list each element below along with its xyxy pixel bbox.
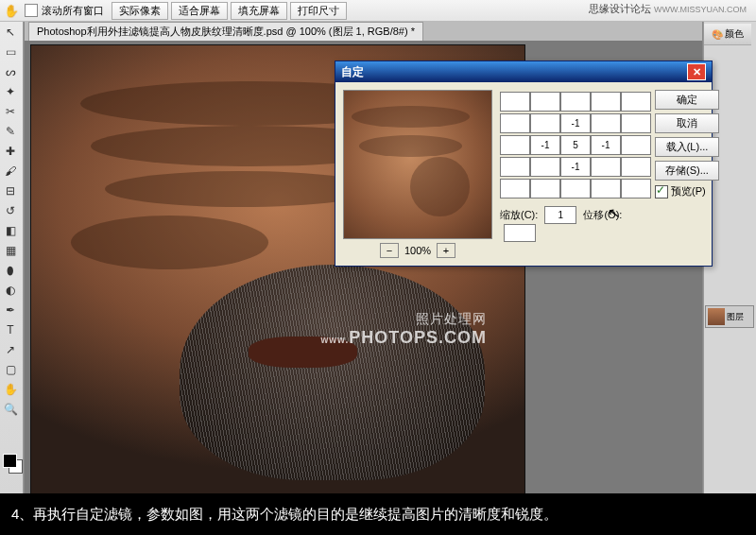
scale-label: 缩放(C): [500,209,538,220]
caption-bar: 4、再执行自定滤镜，参数如图，用这两个滤镜的目的是继续提高图片的清晰度和锐度。 [0,493,756,535]
eraser-tool[interactable]: ◧ [0,220,21,240]
foreground-color[interactable] [3,454,17,468]
matrix-cell[interactable] [530,135,560,155]
document-tab[interactable]: Photoshop利用外挂滤镜提高人物皮肤纹理清晰度.psd @ 100% (图… [28,22,423,41]
dodge-tool[interactable]: ◐ [0,280,21,300]
zoom-controls: − 100% + [343,243,492,258]
wand-tool[interactable]: ✦ [0,81,21,101]
matrix-cell[interactable] [500,113,530,133]
filter-preview[interactable] [343,90,492,239]
website-branding: 思缘设计论坛 WWW.MISSYUAN.COM [589,2,747,16]
toolbox: ↖ ▭ ᔕ ✦ ✂ ✎ ✚ 🖌 ⊟ ↺ ◧ ▦ ⬮ ◐ ✒ T ↗ ▢ ✋ 🔍 [0,22,24,494]
matrix-cell[interactable] [560,92,591,112]
scale-input[interactable] [544,206,576,224]
blur-tool[interactable]: ⬮ [0,260,21,280]
eyedropper-tool[interactable]: ✎ [0,121,21,141]
matrix-cell[interactable] [530,179,560,198]
matrix-cell[interactable] [621,179,651,198]
matrix-cell[interactable] [560,179,591,198]
print-size-button[interactable]: 打印尺寸 [290,2,347,20]
close-icon[interactable]: ✕ [687,63,706,80]
offset-input[interactable] [504,224,536,242]
matrix-cell[interactable] [500,92,530,112]
scale-offset-row: 缩放(C): 位移(O): [500,206,647,242]
move-tool[interactable]: ↖ [0,22,21,42]
matrix-cell[interactable] [560,113,591,133]
layer-thumbnail[interactable]: 图层 [705,305,754,328]
matrix-cell[interactable] [621,157,651,177]
fit-screen-button[interactable]: 适合屏幕 [171,2,228,20]
zoom-tool[interactable]: 🔍 [0,399,21,419]
fill-screen-button[interactable]: 填充屏幕 [231,2,287,20]
actual-pixels-button[interactable]: 实际像素 [112,2,168,20]
pen-tool[interactable]: ✒ [0,300,21,319]
scroll-all-checkbox[interactable] [25,4,38,17]
matrix-cell[interactable] [591,113,621,133]
matrix-cell[interactable] [500,179,530,198]
offset-label: 位移(O): [583,209,622,220]
zoom-out-button[interactable]: − [380,243,399,258]
matrix-cell[interactable] [591,157,621,177]
crop-tool[interactable]: ✂ [0,101,21,121]
brush-tool[interactable]: 🖌 [0,161,21,181]
matrix-cell[interactable] [500,157,530,177]
matrix-cell[interactable] [621,135,651,155]
preview-label: 预览(P) [671,184,706,198]
matrix-cell[interactable] [560,157,591,177]
healing-tool[interactable]: ✚ [0,141,21,161]
history-brush-tool[interactable]: ↺ [0,200,21,220]
matrix-cell[interactable] [530,113,560,133]
shape-tool[interactable]: ▢ [0,359,21,379]
matrix-cell[interactable] [591,135,621,155]
custom-filter-dialog: 自定 ✕ − 100% + [335,60,713,267]
matrix-cell[interactable] [560,135,591,155]
preview-checkbox[interactable] [655,185,668,198]
document-tabs: Photoshop利用外挂滤镜提高人物皮肤纹理清晰度.psd @ 100% (图… [25,22,702,41]
lasso-tool[interactable]: ᔕ [0,61,21,81]
matrix-cell[interactable] [621,92,651,112]
color-panel-tab[interactable]: 🎨 颜色 [704,24,751,45]
matrix-cell[interactable] [530,157,560,177]
matrix-cell[interactable] [500,135,530,155]
zoom-in-button[interactable]: + [437,243,455,258]
type-tool[interactable]: T [0,319,21,339]
caption-text: 4、再执行自定滤镜，参数如图，用这两个滤镜的目的是继续提高图片的清晰度和锐度。 [11,506,558,524]
options-bar: ✋ 滚动所有窗口 实际像素 适合屏幕 填充屏幕 打印尺寸 思缘设计论坛 WWW.… [0,0,756,22]
zoom-level: 100% [404,245,431,256]
path-tool[interactable]: ↗ [0,339,21,359]
watermark: 照片处理网 www.PHOTOPS.COM [321,310,487,350]
gradient-tool[interactable]: ▦ [0,240,21,260]
convolution-matrix [500,92,647,197]
load-button[interactable]: 载入(L)... [655,137,719,157]
hand-icon: ✋ [4,4,21,18]
matrix-cell[interactable] [621,113,651,133]
save-button[interactable]: 存储(S)... [655,161,719,181]
matrix-cell[interactable] [530,92,560,112]
matrix-cell[interactable] [591,92,621,112]
ok-button[interactable]: 确定 [655,90,719,110]
dialog-titlebar[interactable]: 自定 ✕ [335,61,712,82]
layer-thumb-icon [708,308,725,325]
dialog-title: 自定 [341,64,364,80]
scroll-all-label: 滚动所有窗口 [42,4,104,18]
hand-tool[interactable]: ✋ [0,379,21,399]
stamp-tool[interactable]: ⊟ [0,181,21,200]
cancel-button[interactable]: 取消 [655,113,719,133]
marquee-tool[interactable]: ▭ [0,42,21,61]
matrix-cell[interactable] [591,179,621,198]
palette-icon: 🎨 [712,29,723,40]
